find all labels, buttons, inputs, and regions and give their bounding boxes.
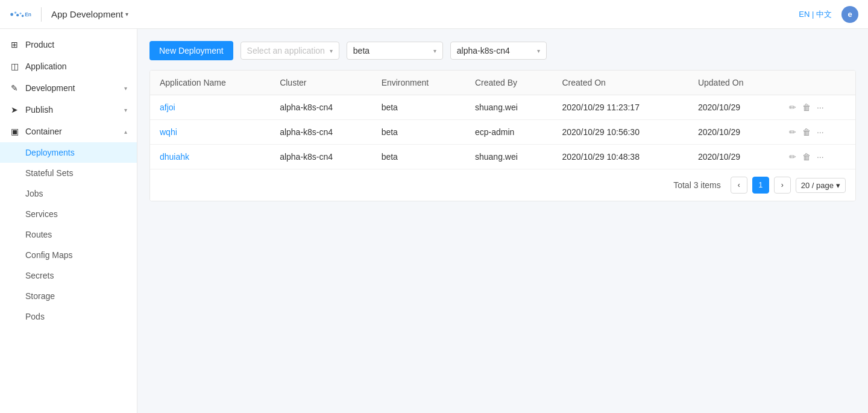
sidebar-subitem-pods[interactable]: Pods: [0, 306, 137, 327]
edit-icon-2[interactable]: ✏: [789, 152, 796, 162]
sidebar-subitem-deployments-label: Deployments: [25, 148, 75, 157]
development-icon: ✎: [10, 83, 19, 93]
app-name-link-2[interactable]: dhuiahk: [160, 152, 189, 162]
delete-icon-1[interactable]: 🗑: [802, 127, 811, 137]
sidebar-subitem-secrets[interactable]: Secrets: [0, 265, 137, 286]
language-switcher[interactable]: EN | 中文: [799, 9, 832, 20]
topbar-app-title: App Development ▾: [51, 9, 128, 19]
sidebar-item-container[interactable]: ▣ Container ▴: [0, 121, 137, 142]
page-size-label: 20 / page: [801, 181, 834, 190]
cell-created-by-1: ecp-admin: [465, 120, 552, 145]
pagination-next-button[interactable]: ›: [774, 177, 791, 194]
pagination-page-1-button[interactable]: 1: [752, 177, 769, 194]
product-icon: ⊞: [10, 40, 19, 49]
edit-icon-0[interactable]: ✏: [789, 102, 796, 112]
sidebar-item-publish-label: Publish: [25, 105, 53, 115]
environment-select[interactable]: beta ▾: [347, 42, 443, 60]
sidebar-subitem-config-maps[interactable]: Config Maps: [0, 245, 137, 265]
sidebar-subitem-stateful-sets[interactable]: Stateful Sets: [0, 163, 137, 183]
col-created-on: Created On: [552, 71, 688, 95]
topbar: EnOS App Development ▾ EN | 中文 e: [0, 0, 868, 29]
application-select[interactable]: Select an application ▾: [241, 42, 339, 60]
cell-cluster-1: alpha-k8s-cn4: [270, 120, 372, 145]
new-deployment-button[interactable]: New Deployment: [149, 41, 233, 60]
sidebar: ⊞ Product ◫ Application ✎ Development ▾ …: [0, 29, 137, 413]
pagination-total: Total 3 items: [673, 180, 721, 190]
sidebar-subitem-services-label: Services: [25, 209, 58, 219]
main-content: New Deployment Select an application ▾ b…: [137, 29, 868, 413]
cell-actions-1: ✏ 🗑 ···: [779, 120, 855, 145]
cell-actions-2: ✏ 🗑 ···: [779, 145, 855, 169]
edit-icon-1[interactable]: ✏: [789, 127, 796, 137]
cell-environment-0: beta: [372, 95, 465, 120]
col-actions: [779, 71, 855, 95]
environment-select-value: beta: [353, 46, 370, 55]
sidebar-subitem-stateful-sets-label: Stateful Sets: [25, 168, 73, 178]
cell-updated-on-1: 2020/10/29: [688, 120, 779, 145]
user-avatar[interactable]: e: [841, 6, 858, 23]
sidebar-subitem-storage-label: Storage: [25, 291, 55, 301]
cell-created-on-1: 2020/10/29 10:56:30: [552, 120, 688, 145]
cell-created-on-0: 2020/10/29 11:23:17: [552, 95, 688, 120]
svg-point-0: [10, 13, 13, 16]
sidebar-subitem-jobs[interactable]: Jobs: [0, 183, 137, 204]
cell-updated-on-0: 2020/10/29: [688, 95, 779, 120]
cell-updated-on-2: 2020/10/29: [688, 145, 779, 169]
logo[interactable]: EnOS: [10, 9, 31, 20]
sidebar-subitem-config-maps-label: Config Maps: [25, 250, 73, 260]
cell-environment-1: beta: [372, 120, 465, 145]
table-row: wqhi alpha-k8s-cn4 beta ecp-admin 2020/1…: [150, 120, 855, 145]
cluster-select[interactable]: alpha-k8s-cn4 ▾: [450, 42, 547, 60]
svg-point-1: [14, 11, 17, 14]
cell-cluster-0: alpha-k8s-cn4: [270, 95, 372, 120]
sidebar-subitem-services[interactable]: Services: [0, 204, 137, 224]
cell-app-name-1: wqhi: [150, 120, 270, 145]
table-header-row: Application Name Cluster Environment Cre…: [150, 71, 855, 95]
sidebar-item-product-label: Product: [25, 40, 54, 49]
container-icon: ▣: [10, 127, 19, 136]
cell-actions-0: ✏ 🗑 ···: [779, 95, 855, 120]
col-updated-on: Updated On: [688, 71, 779, 95]
sidebar-subitem-pods-label: Pods: [25, 312, 45, 321]
table-row: dhuiahk alpha-k8s-cn4 beta shuang.wei 20…: [150, 145, 855, 169]
application-select-placeholder: Select an application: [247, 46, 325, 55]
sidebar-subitem-storage[interactable]: Storage: [0, 286, 137, 306]
svg-point-2: [16, 14, 19, 16]
pagination-prev-button[interactable]: ‹: [731, 177, 747, 194]
more-icon-0[interactable]: ···: [817, 102, 824, 112]
sidebar-subitem-secrets-label: Secrets: [25, 271, 54, 280]
delete-icon-0[interactable]: 🗑: [802, 102, 811, 112]
main-layout: ⊞ Product ◫ Application ✎ Development ▾ …: [0, 29, 868, 413]
sidebar-subitem-deployments[interactable]: Deployments: [0, 142, 137, 163]
more-icon-1[interactable]: ···: [817, 127, 824, 137]
publish-chevron-icon: ▾: [124, 107, 127, 113]
svg-point-4: [22, 14, 24, 17]
app-name-link-0[interactable]: afjoi: [160, 102, 175, 112]
col-environment: Environment: [372, 71, 465, 95]
delete-icon-2[interactable]: 🗑: [802, 152, 811, 162]
pagination: Total 3 items ‹ 1 › 20 / page ▾: [150, 169, 855, 201]
page-size-select[interactable]: 20 / page ▾: [796, 178, 846, 193]
cell-created-by-2: shuang.wei: [465, 145, 552, 169]
svg-point-3: [20, 12, 22, 14]
more-icon-2[interactable]: ···: [817, 152, 824, 162]
toolbar: New Deployment Select an application ▾ b…: [149, 41, 856, 60]
col-cluster: Cluster: [270, 71, 372, 95]
sidebar-item-publish[interactable]: ➤ Publish ▾: [0, 99, 137, 121]
sidebar-subitem-routes[interactable]: Routes: [0, 224, 137, 245]
application-select-chevron-icon: ▾: [330, 48, 333, 54]
sidebar-item-application[interactable]: ◫ Application: [0, 55, 137, 77]
app-name-link-1[interactable]: wqhi: [160, 127, 177, 137]
sidebar-item-development[interactable]: ✎ Development ▾: [0, 77, 137, 99]
publish-icon: ➤: [10, 105, 19, 115]
container-chevron-icon: ▴: [124, 128, 127, 135]
cell-cluster-2: alpha-k8s-cn4: [270, 145, 372, 169]
sidebar-item-product[interactable]: ⊞ Product: [0, 34, 137, 55]
cell-created-by-0: shuang.wei: [465, 95, 552, 120]
page-size-chevron-icon: ▾: [836, 181, 840, 190]
cell-app-name-0: afjoi: [150, 95, 270, 120]
sidebar-subitem-routes-label: Routes: [25, 230, 52, 239]
topbar-divider: [41, 7, 42, 22]
application-icon: ◫: [10, 61, 19, 71]
table-row: afjoi alpha-k8s-cn4 beta shuang.wei 2020…: [150, 95, 855, 120]
